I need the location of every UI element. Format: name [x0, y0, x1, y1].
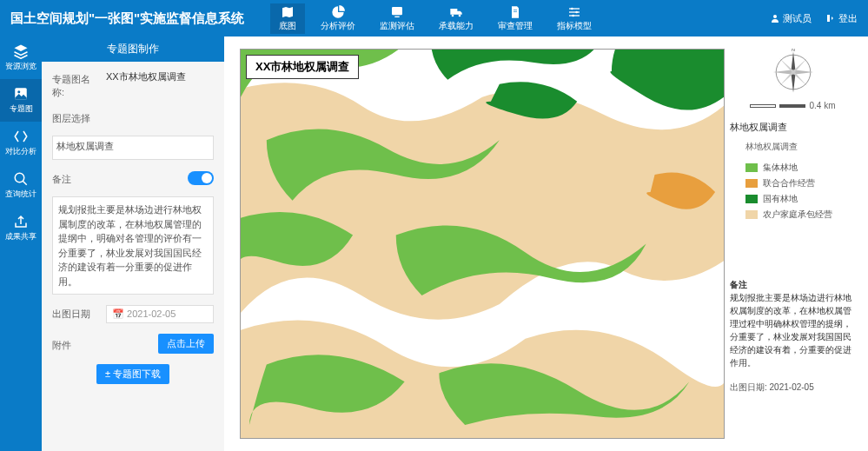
topnav-monitor[interactable]: 监测评估 [371, 3, 423, 34]
svg-rect-7 [569, 11, 580, 12]
name-label: 专题图名称: [52, 70, 101, 99]
scale-label: 0.4 km [809, 101, 835, 110]
topnav-capacity[interactable]: 承载能力 [430, 3, 482, 34]
topnav-label: 监测评估 [380, 20, 414, 32]
logout-button[interactable]: 登出 [825, 12, 858, 25]
topnav-label: 底图 [279, 20, 296, 32]
monitor-icon [389, 5, 405, 19]
layer-input[interactable]: 林地权属调查 [52, 136, 214, 160]
legend-item: 农户家庭承包经营 [745, 209, 856, 221]
legend-swatch [745, 210, 758, 219]
user-name[interactable]: 测试员 [770, 12, 812, 25]
legend-swatch [745, 179, 758, 188]
upload-button[interactable]: 点击上传 [158, 334, 214, 354]
logout-icon [825, 13, 836, 23]
legend-swatch [745, 195, 758, 203]
topbar-right: 测试员 登出 [770, 12, 858, 25]
slider-icon [567, 5, 582, 19]
date-value: 2021-02-05 [127, 308, 176, 319]
legend-item: 国有林地 [745, 193, 856, 205]
date-label: 出图日期 [52, 305, 101, 321]
legend-label: 国有林地 [763, 193, 798, 205]
main: 资源浏览 专题图 对比分析 查询统计 成果共享 专题图制作 专题图名称: XX市… [0, 36, 868, 451]
svg-point-10 [576, 10, 579, 13]
topnav-review[interactable]: 审查管理 [489, 3, 541, 34]
sidebar: 资源浏览 专题图 对比分析 查询统计 成果共享 [0, 36, 42, 451]
sidebar-item-share[interactable]: 成果共享 [0, 207, 42, 249]
map-svg[interactable] [241, 50, 724, 438]
app-title: 国土空间规划"一张图"实施监督信息系统 [10, 10, 244, 27]
attach-label: 附件 [52, 336, 101, 352]
svg-rect-5 [514, 11, 517, 12]
svg-rect-1 [395, 16, 400, 17]
topnav-basemap[interactable]: 底图 [270, 3, 305, 34]
layers-icon [13, 43, 29, 59]
svg-rect-0 [392, 7, 402, 15]
svg-text:N: N [792, 49, 795, 52]
map-frame: XX市林地权属调查 [240, 49, 725, 439]
map-remark: 备注 规划报批主要是林场边进行林地权属制度的改革，在林地权属管理过程中明确林权管… [730, 278, 856, 369]
truck-icon [448, 5, 464, 19]
topnav-label: 指标模型 [557, 20, 592, 32]
pie-icon [330, 5, 346, 19]
doc-icon [507, 5, 523, 19]
panel-body: 专题图名称: XX市林地权属调查 图层选择 林地权属调查 备注 规划报批主要是林… [42, 62, 224, 393]
legend-swatch [745, 163, 758, 172]
topnav-label: 分析评价 [321, 20, 355, 32]
remark-date-value: 2021-02-05 [770, 382, 814, 392]
legend-label: 联合合作经营 [763, 177, 815, 189]
remark-date-label: 出图日期: [730, 382, 767, 392]
sidebar-item-thematic[interactable]: 专题图 [0, 79, 42, 122]
map-side: N 0.4 km 林地权属调查 林地权属调查 集体林地联合合作经营国有林地农户家… [730, 49, 856, 394]
topnav-label: 审查管理 [498, 20, 533, 32]
panel-title: 专题图制作 [42, 36, 224, 62]
sidebar-item-query[interactable]: 查询统计 [0, 164, 42, 207]
sidebar-item-compare[interactable]: 对比分析 [0, 122, 42, 164]
map-icon [280, 5, 295, 19]
svg-rect-6 [569, 8, 580, 9]
remark-toggle[interactable] [188, 171, 214, 185]
form-panel: 专题图制作 专题图名称: XX市林地权属调查 图层选择 林地权属调查 备注 规划… [42, 36, 224, 451]
sidebar-label: 对比分析 [5, 146, 36, 157]
topnav-analysis[interactable]: 分析评价 [312, 3, 364, 34]
legend-item: 联合合作经营 [745, 177, 856, 189]
svg-point-3 [459, 14, 461, 17]
svg-point-15 [15, 173, 24, 182]
remark-label: 备注 [52, 170, 101, 186]
legend-title: 林地权属调查 [730, 121, 856, 134]
search-icon [13, 171, 29, 187]
remark-text[interactable]: 规划报批主要是林场边进行林地权属制度的改革，在林地权属管理的提纲中，明确对各管理… [52, 196, 214, 295]
legend-item: 集体林地 [745, 162, 856, 174]
sidebar-item-browse[interactable]: 资源浏览 [0, 36, 42, 79]
user-name-label: 测试员 [783, 12, 812, 25]
sidebar-label: 资源浏览 [5, 61, 36, 72]
remark-date: 出图日期: 2021-02-05 [730, 381, 856, 394]
image-icon [13, 86, 29, 102]
remark-body: 规划报批主要是林场边进行林地权属制度的改革，在林地权属管理过程中明确林权管理的提… [730, 291, 856, 369]
sidebar-label: 查询统计 [5, 189, 36, 200]
map-canvas: XX市林地权属调查 [224, 36, 868, 451]
share-icon [13, 214, 29, 229]
svg-point-2 [452, 14, 454, 17]
download-button[interactable]: ± 专题图下载 [96, 364, 169, 384]
topbar: 国土空间规划"一张图"实施监督信息系统 底图 分析评价 监测评估 承载能力 审查… [0, 0, 868, 36]
user-icon [770, 13, 780, 23]
sidebar-label: 成果共享 [5, 231, 36, 242]
svg-point-11 [573, 14, 575, 17]
sidebar-label: 专题图 [10, 103, 33, 115]
topnav: 底图 分析评价 监测评估 承载能力 审查管理 指标模型 [270, 3, 600, 34]
topnav-indicator[interactable]: 指标模型 [548, 3, 600, 34]
layer-label: 图层选择 [52, 109, 101, 125]
legend-label: 农户家庭承包经营 [763, 209, 832, 221]
svg-point-14 [17, 90, 20, 93]
topnav-label: 承载能力 [439, 20, 474, 32]
date-input[interactable]: 📅 2021-02-05 [106, 305, 214, 323]
svg-rect-4 [514, 10, 517, 10]
compass-icon: N [770, 49, 817, 96]
legend-label: 集体林地 [763, 162, 798, 174]
logout-label: 登出 [838, 12, 858, 25]
scale-bar: 0.4 km [750, 101, 835, 110]
legend-subtitle: 林地权属调查 [745, 141, 856, 153]
map-title: XX市林地权属调查 [246, 55, 359, 79]
remark-title: 备注 [730, 278, 856, 291]
